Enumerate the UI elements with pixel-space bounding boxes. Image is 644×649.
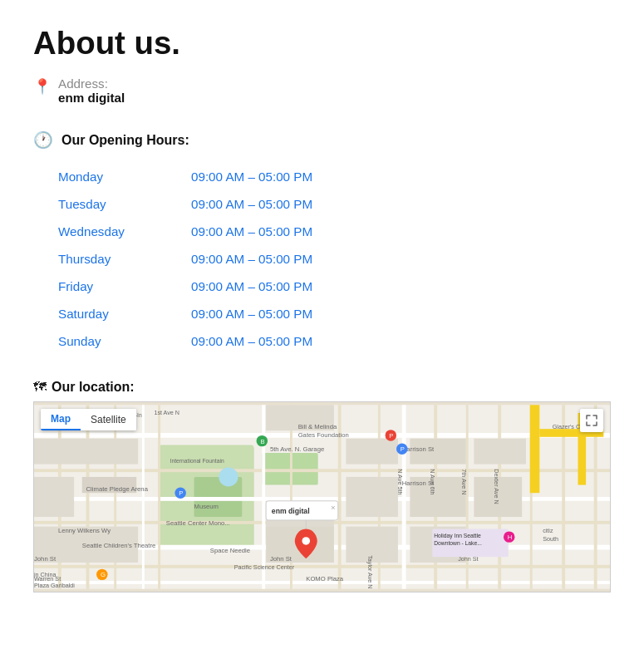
location-section: 🗺 Our location: Map Satellite xyxy=(33,380,611,592)
clock-icon: 🕐 xyxy=(33,130,53,150)
svg-text:Plaza Garibaldi: Plaza Garibaldi xyxy=(34,582,75,589)
svg-rect-30 xyxy=(34,439,138,465)
svg-text:citiz: citiz xyxy=(543,527,553,534)
hours-day: Monday xyxy=(58,163,191,190)
location-title: Our location: xyxy=(52,380,135,395)
map-icon: 🗺 xyxy=(33,380,47,395)
svg-text:Climate Pledge Arena: Climate Pledge Arena xyxy=(86,485,149,493)
hours-time: 09:00 AM – 05:00 PM xyxy=(191,218,407,245)
svg-text:in China: in China xyxy=(34,571,56,578)
svg-text:B: B xyxy=(260,438,264,445)
hours-row: Thursday09:00 AM – 05:00 PM xyxy=(58,245,407,273)
address-section: 📍 Address: enm digital xyxy=(33,76,611,106)
svg-rect-6 xyxy=(34,497,610,501)
svg-text:Lenny Wilkens Wy: Lenny Wilkens Wy xyxy=(58,527,111,534)
svg-rect-39 xyxy=(474,439,526,465)
hours-day: Saturday xyxy=(58,300,191,327)
map-tab-satellite[interactable]: Satellite xyxy=(81,409,136,430)
svg-text:International Fountain: International Fountain xyxy=(170,458,224,464)
svg-text:Pacific Science Center: Pacific Science Center xyxy=(234,563,295,571)
svg-text:John St: John St xyxy=(34,555,57,563)
svg-text:7th Ave N: 7th Ave N xyxy=(460,469,468,494)
location-pin-icon: 📍 xyxy=(33,78,52,96)
hours-row: Saturday09:00 AM – 05:00 PM xyxy=(58,300,407,327)
svg-text:South: South xyxy=(543,535,558,543)
svg-text:N Ave 5th: N Ave 5th xyxy=(396,469,404,494)
hours-day: Wednesday xyxy=(58,218,191,245)
hours-time: 09:00 AM – 05:00 PM xyxy=(191,273,407,300)
map-expand-button[interactable] xyxy=(580,409,603,432)
svg-text:enm digital: enm digital xyxy=(272,507,310,515)
map-container[interactable]: Map Satellite xyxy=(33,401,611,592)
address-label: Address: xyxy=(58,76,125,91)
svg-text:John St: John St xyxy=(270,555,293,563)
svg-text:H: H xyxy=(508,533,513,541)
svg-text:Gates Foundation: Gates Foundation xyxy=(298,431,349,439)
svg-text:Museum: Museum xyxy=(194,503,219,510)
svg-text:P: P xyxy=(179,489,183,497)
svg-text:5th Ave. N. Garage: 5th Ave. N. Garage xyxy=(270,445,324,453)
svg-text:Dexter Ave N: Dexter Ave N xyxy=(493,469,500,504)
hours-row: Wednesday09:00 AM – 05:00 PM xyxy=(58,218,407,245)
svg-text:Holiday Inn Seattle: Holiday Inn Seattle xyxy=(434,533,481,539)
svg-rect-20 xyxy=(402,405,406,588)
svg-text:KOMO Plaza: KOMO Plaza xyxy=(306,575,344,583)
svg-text:P: P xyxy=(389,432,393,440)
page-title: About us. xyxy=(33,25,611,61)
svg-rect-14 xyxy=(142,405,145,588)
svg-rect-35 xyxy=(346,439,398,465)
svg-rect-16 xyxy=(262,405,265,588)
svg-rect-27 xyxy=(530,405,540,493)
svg-text:Bill & Melinda: Bill & Melinda xyxy=(298,423,337,430)
opening-hours-section: 🕐 Our Opening Hours: Monday09:00 AM – 05… xyxy=(33,130,611,355)
hours-day: Sunday xyxy=(58,327,191,355)
hours-row: Monday09:00 AM – 05:00 PM xyxy=(58,163,407,190)
hours-row: Sunday09:00 AM – 05:00 PM xyxy=(58,327,407,355)
hours-time: 09:00 AM – 05:00 PM xyxy=(191,327,407,355)
hours-day: Friday xyxy=(58,273,191,300)
location-header: 🗺 Our location: xyxy=(33,380,611,395)
svg-rect-9 xyxy=(34,565,610,568)
hours-row: Tuesday09:00 AM – 05:00 PM xyxy=(58,190,407,218)
svg-rect-15 xyxy=(158,405,160,588)
hours-title: Our Opening Hours: xyxy=(61,133,189,148)
svg-text:Space Needle: Space Needle xyxy=(210,547,250,554)
map-tab-map[interactable]: Map xyxy=(41,409,81,430)
svg-text:N Ave 6th: N Ave 6th xyxy=(429,469,436,494)
hours-row: Friday09:00 AM – 05:00 PM xyxy=(58,273,407,300)
svg-point-45 xyxy=(219,467,238,486)
hours-table: Monday09:00 AM – 05:00 PMTuesday09:00 AM… xyxy=(58,163,407,355)
hours-time: 09:00 AM – 05:00 PM xyxy=(191,190,407,218)
hours-day: Tuesday xyxy=(58,190,191,218)
hours-header: 🕐 Our Opening Hours: xyxy=(33,130,611,150)
hours-time: 09:00 AM – 05:00 PM xyxy=(191,163,407,190)
svg-text:Seattle Children's Theatre: Seattle Children's Theatre xyxy=(82,542,156,549)
svg-text:Taylor Ave N: Taylor Ave N xyxy=(366,555,374,588)
svg-text:P: P xyxy=(401,445,405,453)
hours-day: Thursday xyxy=(58,245,191,273)
hours-time: 09:00 AM – 05:00 PM xyxy=(191,245,407,273)
svg-rect-5 xyxy=(34,469,610,472)
svg-point-95 xyxy=(302,537,310,545)
svg-text:Downtown - Lake...: Downtown - Lake... xyxy=(434,540,482,546)
svg-text:×: × xyxy=(331,503,336,512)
svg-text:G: G xyxy=(101,571,106,578)
map-tabs: Map Satellite xyxy=(41,409,136,430)
address-value: enm digital xyxy=(58,91,125,105)
hours-time: 09:00 AM – 05:00 PM xyxy=(191,300,407,327)
svg-rect-36 xyxy=(346,477,398,517)
svg-text:Seattle Center Mono...: Seattle Center Mono... xyxy=(166,519,230,527)
svg-text:1st Ave N: 1st Ave N xyxy=(154,409,179,416)
svg-rect-31 xyxy=(34,477,74,517)
